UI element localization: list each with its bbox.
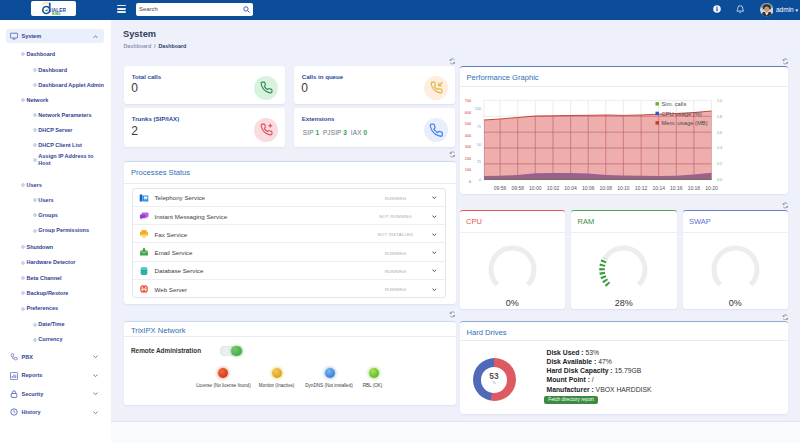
svg-text:Sim. calls: Sim. calls (661, 101, 686, 107)
svg-text:0: 0 (468, 179, 470, 183)
svg-text:700: 700 (464, 99, 470, 103)
svg-text:0.2: 0.2 (717, 162, 722, 166)
svg-text:100: 100 (474, 106, 480, 110)
svg-text:0.4: 0.4 (717, 146, 722, 150)
svg-text:CPU usage (%): CPU usage (%) (661, 110, 701, 116)
svg-text:10:16: 10:16 (670, 185, 683, 191)
svg-text:500: 500 (464, 122, 470, 126)
svg-text:50: 50 (476, 142, 480, 146)
svg-text:10:06: 10:06 (581, 185, 594, 191)
svg-text:75: 75 (476, 124, 480, 128)
svg-text:10:10: 10:10 (617, 185, 630, 191)
svg-text:Mem. usage (MB): Mem. usage (MB) (661, 120, 707, 126)
svg-text:0: 0 (478, 178, 480, 182)
svg-text:200: 200 (464, 156, 470, 160)
svg-text:09:56: 09:56 (493, 185, 506, 191)
svg-text:10:20: 10:20 (705, 185, 718, 191)
svg-text:10:02: 10:02 (546, 185, 559, 191)
svg-text:10:14: 10:14 (652, 185, 665, 191)
svg-text:KING: KING (52, 12, 61, 16)
svg-text:09:58: 09:58 (511, 185, 524, 191)
svg-text:100: 100 (464, 168, 470, 172)
svg-text:600: 600 (464, 110, 470, 114)
svg-text:1.0: 1.0 (717, 98, 722, 102)
svg-text:10:12: 10:12 (634, 185, 647, 191)
svg-text:10:00: 10:00 (529, 185, 542, 191)
svg-text:www: www (141, 288, 147, 291)
svg-text:0.8: 0.8 (717, 114, 722, 118)
svg-text:0.0: 0.0 (717, 178, 722, 182)
svg-text:400: 400 (464, 133, 470, 137)
svg-text:0.6: 0.6 (717, 130, 722, 134)
svg-text:25: 25 (476, 160, 480, 164)
svg-text:300: 300 (464, 145, 470, 149)
svg-text:10:04: 10:04 (564, 185, 577, 191)
svg-text:10:08: 10:08 (599, 185, 612, 191)
svg-text:10:18: 10:18 (687, 185, 700, 191)
